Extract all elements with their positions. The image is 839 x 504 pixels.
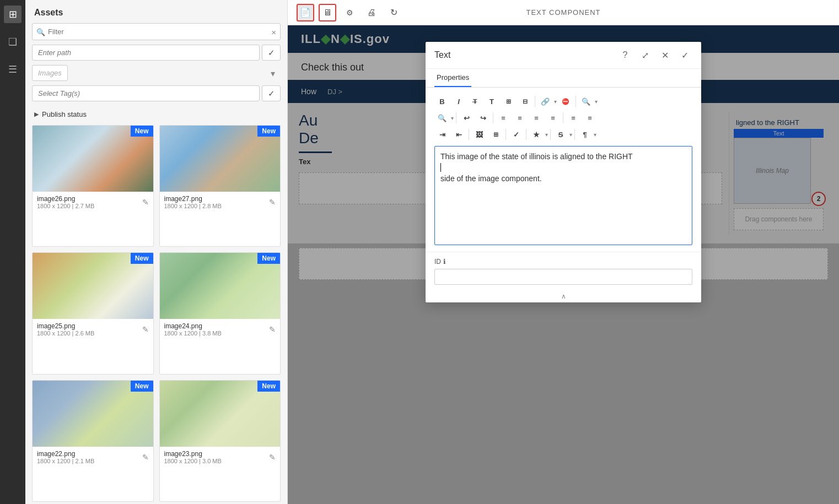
- sep9: [550, 129, 551, 140]
- sep10: [574, 129, 575, 140]
- modal-fullscreen-button[interactable]: ⤢: [637, 47, 653, 63]
- id-label-text: ID: [434, 258, 441, 265]
- file-icon[interactable]: 📄: [297, 4, 314, 21]
- unlink-button[interactable]: ⛔: [558, 94, 573, 109]
- main-area: 📄 🖥 ⚙ 🖨 ↻ TEXT COMPONENT ILL◆N◆IS.gov Ch…: [288, 0, 839, 504]
- history-icon[interactable]: ↻: [385, 4, 402, 21]
- indent-button[interactable]: ⊞: [501, 94, 516, 109]
- publish-status[interactable]: ▶ Publish status: [25, 106, 287, 123]
- desktop-icon[interactable]: 🖥: [319, 4, 336, 21]
- image-info: image27.png 1800 x 1200 | 2.8 MB ✎: [160, 192, 281, 213]
- edit-icon[interactable]: ✎: [142, 198, 149, 207]
- star-button[interactable]: ★: [529, 127, 544, 142]
- sep3: [456, 112, 456, 123]
- tag-input[interactable]: [32, 85, 260, 101]
- search-button[interactable]: 🔍: [578, 94, 594, 109]
- link-dropdown[interactable]: ▾: [554, 99, 557, 105]
- italic-button[interactable]: I: [451, 94, 466, 109]
- edit-icon[interactable]: ✎: [142, 325, 149, 334]
- edit-icon[interactable]: ✎: [142, 453, 149, 462]
- rte-row-3: ⇥ ⇤ 🖼 ⊞ ✓ ★ ▾ S ▾: [434, 127, 692, 142]
- sep6: [469, 129, 469, 140]
- outdent2-button[interactable]: ⇤: [451, 127, 466, 142]
- redo-button[interactable]: ↪: [475, 111, 491, 125]
- para-dropdown[interactable]: ▾: [594, 132, 596, 138]
- strike-button[interactable]: T̶: [467, 94, 483, 109]
- sidebar-icon-stack[interactable]: ☰: [4, 61, 21, 78]
- undo-button[interactable]: ↩: [459, 111, 474, 125]
- new-badge: New: [131, 253, 153, 264]
- image-card-img25[interactable]: New image25.png 1800 x 1200 | 2.6 MB ✎: [32, 252, 154, 374]
- modal-header: Text ? ⤢ ✕ ✓: [426, 42, 701, 69]
- type-row: Images: [32, 65, 281, 81]
- image-card-img24[interactable]: New image24.png 1800 x 1200 | 3.8 MB ✎: [159, 252, 281, 374]
- id-info-icon: ℹ: [443, 258, 446, 265]
- image-card-img23[interactable]: New image23.png 1800 x 1200 | 3.0 MB ✎: [159, 380, 281, 502]
- image-button[interactable]: 🖼: [471, 127, 487, 142]
- filter-clear-button[interactable]: ×: [271, 27, 276, 36]
- filter-row: 🔍 ×: [32, 23, 281, 40]
- modal-scroll-handle: ∧: [426, 290, 701, 302]
- toolbar-icon-group-left: 📄 🖥 ⚙ 🖨 ↻: [297, 4, 402, 21]
- find-button[interactable]: 🔍: [434, 111, 450, 125]
- image-card-img22[interactable]: New image22.png 1800 x 1200 | 2.1 MB ✎: [32, 380, 154, 502]
- image-card-img26[interactable]: New image26.png 1800 x 1200 | 2.7 MB ✎: [32, 125, 154, 247]
- align-right-button[interactable]: ≡: [529, 111, 544, 125]
- type-select[interactable]: Images: [32, 65, 68, 81]
- image-meta: 1800 x 1200 | 2.6 MB: [37, 330, 94, 337]
- edit-icon[interactable]: ✎: [269, 325, 276, 334]
- star-dropdown[interactable]: ▾: [545, 132, 548, 138]
- assets-panel: Assets 🔍 × ✓ Images ✓ ▶ Publish status N…: [25, 0, 288, 504]
- editor-line-1: This image of the state of illinois is a…: [440, 152, 686, 161]
- strikethrough2-button[interactable]: S: [553, 127, 568, 142]
- clearformat-button[interactable]: T: [484, 94, 499, 109]
- toolbar-title: TEXT COMPONENT: [526, 8, 600, 17]
- filter-input[interactable]: [32, 23, 281, 40]
- s-dropdown[interactable]: ▾: [569, 132, 572, 138]
- tag-row: ✓: [32, 85, 281, 101]
- modal-confirm-button[interactable]: ✓: [677, 47, 692, 63]
- monitor-icon[interactable]: 🖨: [363, 4, 380, 21]
- sep7: [505, 129, 506, 140]
- sidebar-icon-grid[interactable]: ⊞: [4, 6, 21, 23]
- editor-cursor-line: [440, 163, 686, 172]
- ul-button[interactable]: ≡: [566, 111, 581, 125]
- path-confirm-button[interactable]: ✓: [262, 45, 281, 61]
- modal-title: Text: [434, 50, 613, 60]
- sidebar-icon-layers[interactable]: ❑: [4, 33, 21, 51]
- image-name: image22.png: [37, 450, 94, 458]
- modal-close-button[interactable]: ✕: [657, 47, 673, 63]
- edit-icon[interactable]: ✎: [269, 453, 276, 462]
- editor-line-3: side of the image component.: [440, 174, 686, 183]
- align-center-button[interactable]: ≡: [512, 111, 528, 125]
- modal-id-input[interactable]: [434, 269, 692, 285]
- rte-row-1: B I T̶ T ⊞ ⊟ 🔗 ▾ ⛔ 🔍 ▾: [434, 94, 692, 109]
- check-button[interactable]: ✓: [508, 127, 524, 142]
- sep1: [535, 96, 535, 107]
- paragraph-button[interactable]: ¶: [577, 127, 593, 142]
- image-meta: 1800 x 1200 | 2.7 MB: [37, 203, 94, 209]
- image-card-img27[interactable]: New image27.png 1800 x 1200 | 2.8 MB ✎: [159, 125, 281, 247]
- find-dropdown[interactable]: ▾: [451, 115, 454, 121]
- indent2-button[interactable]: ⇥: [434, 127, 450, 142]
- tag-confirm-button[interactable]: ✓: [262, 85, 281, 101]
- path-input[interactable]: [32, 45, 260, 61]
- modal-help-button[interactable]: ?: [617, 47, 633, 63]
- align-left-button[interactable]: ≡: [496, 111, 511, 125]
- align-justify-button[interactable]: ≡: [545, 111, 561, 125]
- rte-editor[interactable]: This image of the state of illinois is a…: [434, 146, 692, 245]
- outdent-button[interactable]: ⊟: [517, 94, 533, 109]
- new-badge: New: [131, 381, 153, 392]
- app-sidebar: ⊞ ❑ ☰: [0, 0, 25, 504]
- image-meta: 1800 x 1200 | 3.8 MB: [164, 330, 222, 337]
- tab-properties[interactable]: Properties: [434, 69, 471, 87]
- search-dropdown[interactable]: ▾: [595, 99, 598, 105]
- ol-button[interactable]: ≡: [582, 111, 598, 125]
- new-badge: New: [131, 126, 153, 137]
- publish-status-label: Publish status: [42, 110, 87, 118]
- settings-icon[interactable]: ⚙: [341, 4, 358, 21]
- table-button[interactable]: ⊞: [488, 127, 503, 142]
- link-button[interactable]: 🔗: [537, 94, 553, 109]
- bold-button[interactable]: B: [434, 94, 450, 109]
- edit-icon[interactable]: ✎: [269, 198, 276, 207]
